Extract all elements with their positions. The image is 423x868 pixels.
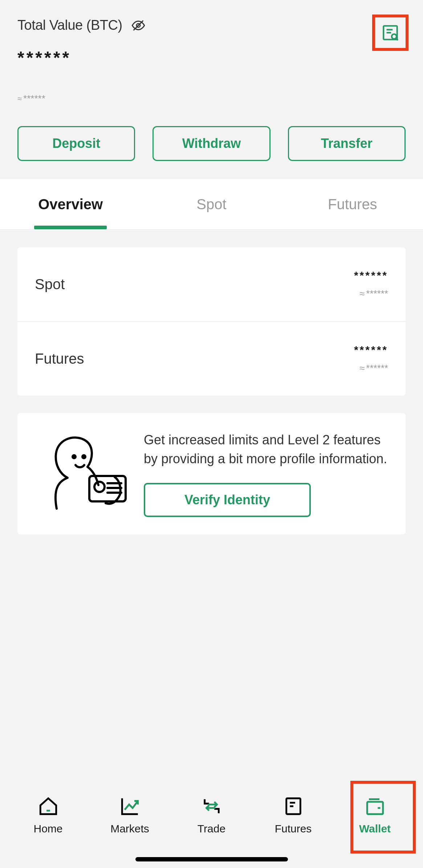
total-value-row: Total Value (BTC) [17, 17, 406, 33]
spot-balance-row[interactable]: Spot ****** ≈ ****** [17, 247, 406, 321]
markets-icon [119, 796, 141, 817]
spot-row-label: Spot [35, 276, 65, 292]
svg-point-7 [73, 455, 76, 458]
futures-row-sub: ≈ ****** [354, 363, 388, 374]
nav-futures-label: Futures [275, 823, 312, 835]
nav-trade-label: Trade [198, 823, 225, 835]
tab-spot[interactable]: Spot [141, 179, 282, 229]
nav-home[interactable]: Home [21, 796, 76, 835]
home-indicator [135, 857, 288, 861]
nav-wallet[interactable]: Wallet [348, 796, 402, 835]
approx-icon: ≈ [17, 94, 22, 104]
wallet-icon [365, 796, 386, 817]
withdraw-button[interactable]: Withdraw [152, 126, 270, 161]
balance-header: Total Value (BTC) ****** ≈ ****** [0, 0, 423, 104]
svg-rect-21 [367, 802, 383, 814]
svg-point-10 [94, 482, 105, 492]
trade-icon [201, 796, 222, 817]
futures-balance-row[interactable]: Futures ****** ≈ ****** [17, 321, 406, 396]
verify-text: Get increased limits and Level 2 feature… [144, 431, 388, 468]
spot-row-main: ****** [354, 269, 388, 282]
wallet-screen: Total Value (BTC) ****** ≈ ****** [0, 0, 423, 868]
tab-overview[interactable]: Overview [0, 179, 141, 229]
futures-icon [283, 796, 304, 817]
svg-point-8 [82, 455, 85, 458]
deposit-button[interactable]: Deposit [17, 126, 135, 161]
approx-value: ****** [23, 93, 45, 104]
home-icon [38, 796, 59, 817]
futures-row-values: ****** ≈ ****** [354, 344, 388, 374]
nav-trade[interactable]: Trade [184, 796, 239, 835]
action-buttons-row: Deposit Withdraw Transfer [0, 104, 423, 179]
nav-home-label: Home [33, 823, 62, 835]
spot-row-values: ****** ≈ ****** [354, 269, 388, 299]
balances-card: Spot ****** ≈ ****** Futures ****** ≈ **… [17, 247, 406, 396]
futures-row-main: ****** [354, 344, 388, 356]
verify-illustration-icon [35, 431, 129, 510]
tab-futures[interactable]: Futures [282, 179, 423, 229]
total-value-label: Total Value (BTC) [17, 17, 122, 33]
hide-balance-icon[interactable] [131, 18, 146, 33]
nav-futures[interactable]: Futures [266, 796, 321, 835]
verify-identity-button[interactable]: Verify Identity [144, 483, 311, 517]
bottom-nav: Home Markets [0, 774, 423, 868]
transfer-button[interactable]: Transfer [288, 126, 406, 161]
verify-content: Get increased limits and Level 2 feature… [144, 431, 388, 517]
svg-point-5 [392, 34, 396, 39]
approx-icon: ≈ [359, 363, 365, 374]
total-value-amount: ****** [17, 48, 406, 68]
verify-identity-card: Get increased limits and Level 2 feature… [17, 413, 406, 534]
nav-markets-label: Markets [110, 823, 149, 835]
nav-markets[interactable]: Markets [103, 796, 157, 835]
nav-wallet-label: Wallet [359, 823, 391, 835]
spot-row-sub: ≈ ****** [354, 288, 388, 299]
wallet-tabs: Overview Spot Futures [0, 179, 423, 230]
approx-icon: ≈ [359, 288, 365, 299]
futures-row-label: Futures [35, 351, 84, 367]
approx-value-row: ≈ ****** [17, 93, 406, 104]
transaction-history-button[interactable] [372, 15, 408, 51]
